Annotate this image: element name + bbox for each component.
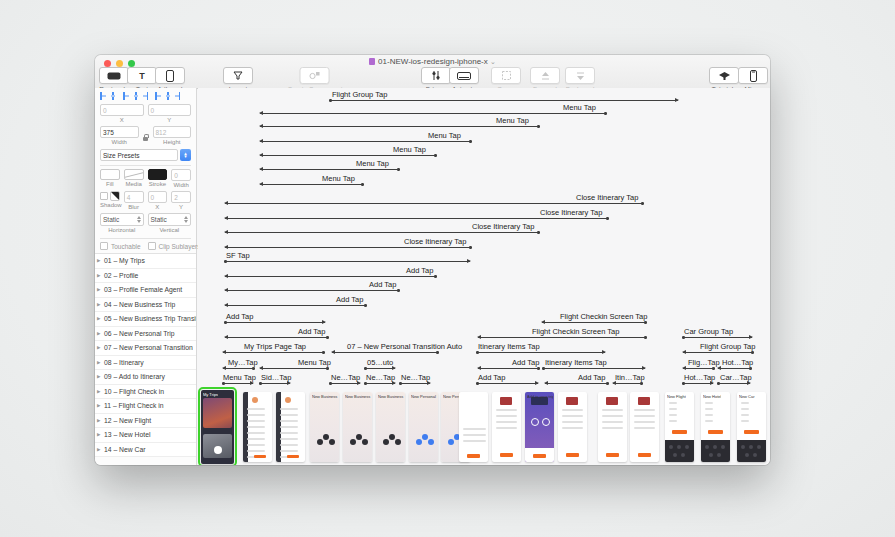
artboard-thumbnail[interactable] [459, 392, 488, 462]
transition-arrow[interactable] [225, 276, 435, 277]
transition-arrow[interactable] [223, 383, 253, 384]
shadow-y-field[interactable]: 2 [171, 191, 191, 203]
x-field[interactable]: 0 [100, 104, 144, 116]
transition-arrow[interactable] [225, 337, 327, 338]
artboard-thumbnail-new-hotel[interactable]: New Hotel [701, 392, 730, 462]
vertical-behavior-select[interactable]: Static [148, 213, 192, 226]
distribute-left-icon[interactable] [123, 92, 130, 100]
stroke-width-field[interactable]: 0 [171, 169, 191, 181]
transition-arrow[interactable] [260, 141, 470, 142]
transition-arrow[interactable] [330, 100, 678, 101]
canvas[interactable]: Flight Group TapMenu TapMenu TapMenu Tap… [198, 88, 770, 465]
artboard-thumbnail-new-business-trip[interactable]: New Business Trip [310, 392, 339, 462]
transition-arrow[interactable] [332, 352, 437, 353]
layer-row-profile-female-agent[interactable]: 03 – Profile Female Agent [95, 283, 196, 298]
transition-arrow[interactable] [478, 337, 645, 338]
artboard-thumbnail[interactable] [630, 392, 659, 462]
transition-arrow[interactable] [365, 383, 395, 384]
artboard-thumbnail-new-personal-trip[interactable]: New Personal Trip [409, 392, 438, 462]
transition-arrow[interactable] [400, 383, 430, 384]
transition-arrow[interactable] [223, 368, 253, 369]
transition-arrow[interactable] [260, 113, 605, 114]
transition-arrow[interactable] [365, 368, 395, 369]
artboard-thumbnail-new-flight[interactable]: New Flight [665, 392, 694, 462]
transition-arrow[interactable] [225, 322, 325, 323]
transition-arrow[interactable] [683, 368, 713, 369]
horizontal-behavior-select[interactable]: Static [100, 213, 144, 226]
shadow-checkbox[interactable] [100, 192, 108, 200]
transition-arrow[interactable] [225, 305, 365, 306]
layer-row-my-trips[interactable]: 01 – My Trips [95, 254, 196, 269]
transition-arrow[interactable] [260, 383, 290, 384]
align-left-icon[interactable] [100, 92, 107, 100]
size-presets-select[interactable]: Size Presets [100, 149, 178, 161]
touchable-checkbox[interactable] [100, 242, 108, 250]
transition-arrow[interactable] [477, 352, 605, 353]
transition-arrow[interactable] [225, 261, 470, 262]
artboard-thumbnail[interactable] [276, 392, 305, 462]
artboard-thumbnail-new-car[interactable]: New Car [737, 392, 766, 462]
transition-arrow[interactable] [683, 383, 713, 384]
clip-sublayers-checkbox[interactable] [148, 242, 156, 250]
transition-arrow[interactable] [543, 368, 645, 369]
transition-arrow[interactable] [477, 383, 538, 384]
artboard-thumbnail-new-business-trip[interactable]: New Business Trip [343, 392, 372, 462]
pin-left-icon[interactable] [155, 92, 162, 100]
artboard-thumbnail-new-business-trip[interactable]: New Business Trip [376, 392, 405, 462]
artboard-thumbnail[interactable] [243, 392, 272, 462]
transition-arrow[interactable] [683, 337, 752, 338]
fill-swatch[interactable] [100, 169, 120, 180]
layer-row-new-personal-transition[interactable]: 07 – New Personal Transition [95, 341, 196, 356]
artboard-thumbnail[interactable] [558, 392, 587, 462]
stroke-swatch[interactable] [148, 169, 168, 180]
transition-arrow[interactable] [260, 368, 327, 369]
layer-row-flight-check-in[interactable]: 10 – Flight Check in [95, 385, 196, 400]
blur-field[interactable]: 4 [124, 191, 144, 203]
layer-row-flight-check-in[interactable]: 11 – Flight Check in [95, 399, 196, 414]
y-field[interactable]: 0 [148, 104, 192, 116]
transition-arrow[interactable] [225, 290, 398, 291]
layer-row-new-car[interactable]: 14 – New Car [95, 443, 196, 458]
transition-arrow[interactable] [225, 232, 538, 233]
transition-arrow[interactable] [225, 218, 607, 219]
shadow-color-well[interactable] [110, 191, 120, 201]
layer-row-new-personal-trip[interactable]: 06 – New Personal Trip [95, 327, 196, 342]
width-field[interactable]: 375 [100, 126, 139, 138]
artboard-thumbnail-my-trips[interactable]: My Trips [201, 390, 234, 464]
layer-row-new-business-trip-transition[interactable]: 05 – New Business Trip Transition [95, 312, 196, 327]
transition-arrow[interactable] [330, 383, 360, 384]
pin-h-icon[interactable] [164, 92, 171, 100]
transition-arrow[interactable] [545, 383, 607, 384]
artboard-thumbnail[interactable] [598, 392, 627, 462]
artboard-thumbnail-add-to-your-trip[interactable]: Add to your trip [525, 392, 554, 462]
layer-row-new-business-trip[interactable]: 04 – New Business Trip [95, 298, 196, 313]
pin-right-icon[interactable] [173, 92, 180, 100]
align-h-center-icon[interactable] [109, 92, 116, 100]
transition-arrow[interactable] [260, 155, 435, 156]
media-swatch[interactable] [124, 169, 144, 180]
layer-row-profile[interactable]: 02 – Profile [95, 269, 196, 284]
transition-arrow[interactable] [542, 322, 645, 323]
distribute-right-icon[interactable] [141, 92, 148, 100]
size-presets-stepper[interactable]: ▴▾ [180, 149, 191, 161]
layer-row-new-flight[interactable]: 12 – New Flight [95, 414, 196, 429]
transition-arrow[interactable] [718, 383, 750, 384]
artboard-thumbnail[interactable] [492, 392, 521, 462]
layer-row-new-hotel[interactable]: 13 – New Hotel [95, 428, 196, 443]
transition-arrow[interactable] [223, 352, 323, 353]
transition-arrow[interactable] [225, 203, 642, 204]
transition-arrow[interactable] [225, 247, 470, 248]
transition-arrow[interactable] [260, 126, 538, 127]
layer-row-itinerary[interactable]: 08 – Itinerary [95, 356, 196, 371]
transition-arrow[interactable] [718, 368, 750, 369]
height-field[interactable]: 812 [153, 126, 192, 138]
lock-ratio-icon[interactable] [143, 134, 149, 141]
shadow-x-field[interactable]: 0 [148, 191, 168, 203]
distribute-center-icon[interactable] [132, 92, 139, 100]
transition-arrow[interactable] [478, 368, 538, 369]
transition-arrow[interactable] [260, 184, 362, 185]
transition-arrow[interactable] [613, 383, 641, 384]
layer-row-add-to-itinerary[interactable]: 09 – Add to Itinerary [95, 370, 196, 385]
title-chevron-icon[interactable]: ⌄ [490, 58, 496, 65]
transition-arrow[interactable] [260, 169, 398, 170]
